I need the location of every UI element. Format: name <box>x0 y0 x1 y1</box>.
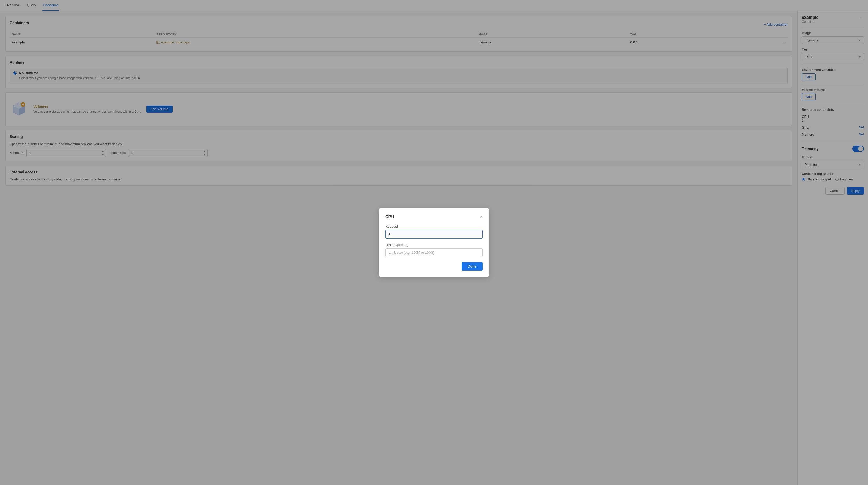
modal-limit-optional: (Optional) <box>394 243 408 247</box>
modal-request-field: Request <box>385 224 483 238</box>
modal-overlay[interactable]: CPU × Request Limit (Optional) Done <box>0 0 868 485</box>
modal-limit-field: Limit (Optional) <box>385 243 483 257</box>
modal-limit-label: Limit (Optional) <box>385 243 483 247</box>
modal-limit-input[interactable] <box>385 248 483 257</box>
cpu-modal: CPU × Request Limit (Optional) Done <box>379 208 489 277</box>
modal-header: CPU × <box>385 215 483 219</box>
modal-close-button[interactable]: × <box>480 215 483 219</box>
modal-done-button[interactable]: Done <box>462 262 483 270</box>
modal-title: CPU <box>385 215 394 219</box>
modal-request-label: Request <box>385 224 483 228</box>
modal-request-input[interactable] <box>385 230 483 238</box>
modal-footer: Done <box>385 262 483 270</box>
